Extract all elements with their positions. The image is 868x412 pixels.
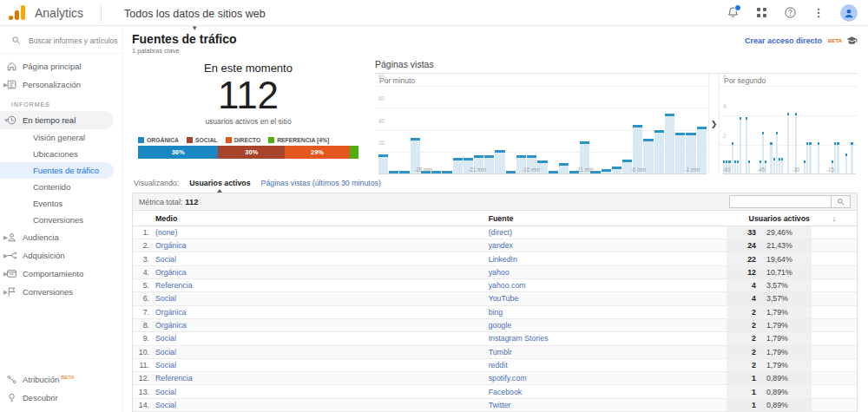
toggle-paginas-vistas[interactable]: Páginas vistas (últimos 30 minutos) — [261, 179, 381, 187]
more-vert-icon[interactable]: ⋮ — [812, 6, 825, 20]
fuente-link[interactable]: yandex — [489, 241, 513, 250]
per-second-chart[interactable]: Por segundo 246-60-45-30-15 — [719, 74, 858, 174]
sidebar-item-descubrir[interactable]: Descubrir — [0, 389, 122, 407]
row-tail — [812, 385, 857, 398]
fuente-link[interactable]: YouTube — [489, 294, 519, 303]
legend-label: ORGÁNICA — [147, 137, 179, 143]
traffic-stacked-bar[interactable]: 36%30%29% — [138, 146, 358, 159]
sidebar-item-atribucion[interactable]: AtribuciónBETA — [0, 370, 122, 389]
row-index: 10. — [133, 345, 155, 358]
search-input[interactable] — [29, 36, 119, 45]
usuarios-percent: 10,71% — [761, 265, 812, 278]
bar — [795, 113, 797, 173]
fuente-link[interactable]: Facebook — [489, 388, 523, 396]
header-usuarios-activos[interactable]: Usuarios activos — [727, 211, 812, 226]
per-minute-chart[interactable]: Por minuto 20406080-26 min-21 min-16 min… — [375, 74, 709, 174]
bar — [751, 173, 753, 173]
sidebar-item-home[interactable]: Página principal — [0, 57, 122, 75]
bar — [654, 130, 664, 173]
medio-link[interactable]: Social — [155, 348, 176, 356]
medio-link[interactable]: Orgánica — [155, 308, 187, 317]
medio-link[interactable]: Social — [155, 294, 176, 303]
medio-link[interactable]: Social — [155, 388, 176, 396]
analytics-logo-icon[interactable] — [9, 5, 25, 20]
medio-cell: Social — [155, 385, 489, 398]
medio-cell: Social — [155, 292, 489, 305]
medio-link[interactable]: Referencia — [155, 374, 193, 383]
legend-swatch-icon — [138, 137, 144, 143]
sidebar-search[interactable] — [0, 28, 122, 54]
sidebar-item-adquisicion[interactable]: ▶ Adquisición — [0, 246, 122, 265]
fuente-cell: google — [489, 318, 727, 331]
medio-cell: Orgánica — [155, 265, 489, 278]
bar — [815, 173, 817, 173]
sidebar-item-comportamiento[interactable]: ▶ Comportamiento — [0, 265, 122, 283]
sidebar-item-conversiones[interactable]: ▶ Conversiones — [0, 283, 122, 301]
school-cap-icon[interactable] — [846, 35, 858, 46]
fuente-link[interactable]: yahoo — [489, 268, 510, 277]
header-medio[interactable]: Medio — [155, 211, 489, 226]
bar — [854, 173, 856, 173]
fuente-link[interactable]: yahoo.com — [489, 281, 526, 290]
toggle-usuarios-activos[interactable]: Usuarios activos — [189, 179, 250, 187]
x-tick-label: -21 min — [468, 167, 486, 173]
usuarios-count: 2 — [727, 305, 761, 318]
table-search-button[interactable] — [832, 195, 851, 208]
sidebar-item-audiencia[interactable]: ▶ Audiencia — [0, 228, 122, 246]
medio-link[interactable]: Social — [155, 401, 176, 409]
sidebar-item-fuentes-de-trafico[interactable]: Fuentes de tráfico — [0, 162, 114, 179]
row-tail — [812, 226, 857, 239]
table-search-input[interactable] — [729, 195, 832, 208]
medio-link[interactable]: Referencia — [155, 281, 193, 290]
fuente-link[interactable]: reddit — [489, 361, 508, 369]
medio-link[interactable]: Orgánica — [155, 268, 187, 277]
help-icon[interactable] — [783, 6, 797, 20]
medio-link[interactable]: Social — [155, 334, 176, 343]
x-tick-label: -26 min — [414, 167, 432, 173]
chart-next-icon[interactable]: ❯ — [709, 74, 719, 174]
usuarios-count: 4 — [727, 279, 761, 292]
medio-link[interactable]: Social — [155, 361, 176, 369]
sidebar-item-realtime[interactable]: ▼ En tiempo real — [0, 111, 114, 129]
fuente-link[interactable]: Tumblr — [489, 348, 512, 356]
fuente-link[interactable]: Instagram Stories — [489, 334, 549, 343]
usuarios-percent: 29,46% — [761, 226, 812, 239]
stacked-bar-segment: 29% — [285, 146, 349, 159]
bar — [612, 167, 621, 174]
medio-link[interactable]: Orgánica — [155, 321, 187, 330]
header-fuente[interactable]: Fuente — [489, 211, 727, 226]
fuente-link[interactable]: spotify.com — [489, 374, 527, 383]
sidebar-item-ubicaciones[interactable]: Ubicaciones — [0, 146, 122, 162]
medio-link[interactable]: (none) — [155, 228, 177, 237]
bar — [784, 173, 786, 173]
apps-grid-icon[interactable] — [754, 6, 768, 20]
sidebar-item-vision-general[interactable]: Visión general — [0, 129, 122, 146]
fuente-link[interactable]: bing — [489, 308, 503, 317]
table-row: 2.Orgánicayandex2421,43% — [133, 239, 857, 252]
sidebar-item-conversiones-rt[interactable]: Conversiones — [0, 212, 122, 228]
table-row: 12.Referenciaspotify.com10,89% — [133, 372, 857, 385]
create-shortcut-link[interactable]: Crear acceso directoBETA — [745, 35, 858, 46]
medio-link[interactable]: Orgánica — [155, 241, 187, 250]
fuente-link[interactable]: (direct) — [489, 228, 512, 237]
sidebar-item-label: Personalización — [23, 80, 81, 89]
legend-swatch-icon — [187, 137, 193, 143]
sidebar-item-contenido[interactable]: Contenido — [0, 179, 122, 195]
medio-cell: Social — [155, 252, 489, 265]
fuente-link[interactable]: LinkedIn — [489, 255, 517, 264]
notifications-icon[interactable] — [726, 6, 740, 20]
stacked-bar-segment: 36% — [138, 146, 218, 159]
sort-desc-icon[interactable]: ↓ — [812, 211, 857, 226]
notification-badge — [734, 4, 741, 11]
avatar[interactable] — [840, 4, 858, 22]
property-name: Todos los datos de sitios web — [124, 8, 266, 20]
medio-link[interactable]: Social — [155, 255, 176, 264]
fuente-link[interactable]: Twitter — [489, 401, 511, 409]
bar — [748, 160, 750, 173]
fuente-link[interactable]: google — [489, 321, 511, 330]
fuente-cell: yandex — [489, 239, 727, 252]
sidebar-item-eventos[interactable]: Eventos — [0, 195, 122, 212]
sidebar-item-customization[interactable]: ▶ Personalización — [0, 75, 122, 94]
usuarios-count: 4 — [727, 292, 761, 305]
table-row: 1.(none)(direct)3329,46% — [133, 226, 857, 239]
